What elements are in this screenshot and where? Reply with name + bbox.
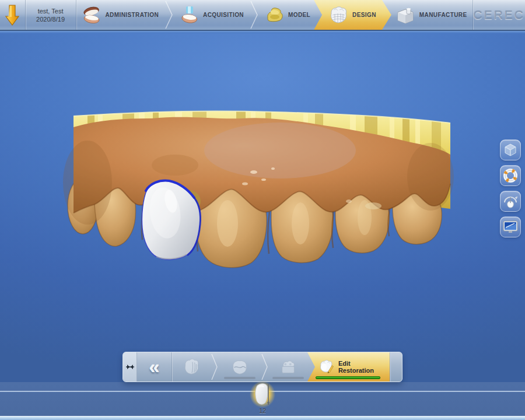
exit-back-button[interactable] [0,0,26,30]
down-arrow-icon [5,4,20,27]
next-step-button[interactable]: » [390,352,402,382]
logo-area: CEREC [473,0,525,30]
pin-collapse-icon [125,362,135,372]
tab-separator [250,0,259,30]
tab-model[interactable]: MODEL [259,0,316,30]
edit-restoration-icon [318,356,335,377]
viewport-3d[interactable]: « [0,31,525,420]
step-progress-bar [224,377,256,379]
display-options-icon [502,218,519,236]
tab-separator [164,0,174,30]
restoration-proposal-icon [181,357,201,377]
double-chevron-left-icon: « [149,358,160,376]
crown-mesh-icon [328,5,349,25]
tab-administration[interactable]: ADMINISTRATION [76,0,165,30]
milling-unit-icon [395,5,416,25]
step-restoration-proposal[interactable] [172,352,211,382]
step-separator [211,352,219,382]
step-progress-bar [272,377,304,379]
active-progress-bar [316,376,380,379]
step-position-restoration[interactable] [269,352,307,382]
tab-acquisition[interactable]: ACQUISITION [174,0,250,30]
tooth-number-label: 12 [259,407,266,414]
cerec-logo: CEREC [473,8,525,22]
tab-design[interactable]: DESIGN [314,0,391,30]
previous-step-button[interactable]: « [137,352,172,382]
stone-model-icon [265,6,285,24]
patient-date: 2020/8/19 [36,15,65,23]
denture-icon [82,6,102,24]
tab-label: DESIGN [352,12,376,18]
tab-manufacture[interactable]: MANUFACTURE [389,0,473,30]
bottom-edge-strip [0,416,525,420]
insertion-axis-icon [502,192,519,210]
jaw-model-3d [0,31,525,388]
position-block-icon [278,357,298,377]
view-toolbar [500,139,521,237]
active-step-label: Edit Restoration [338,360,378,374]
tab-label: MODEL [288,12,310,18]
rotate-ring-icon [502,167,519,184]
display-options-button[interactable] [500,216,521,237]
phase-tabs: ADMINISTRATION ACQUISITION [76,0,473,30]
tooth-indicator[interactable]: 12 [249,381,276,417]
view-cube-icon [502,141,519,159]
step-margin-check[interactable] [219,352,261,382]
view-cube-button[interactable] [500,139,521,160]
tab-label: ADMINISTRATION [106,12,159,18]
patient-name: test, Test [38,7,64,15]
step-separator [261,352,269,382]
insertion-axis-button[interactable] [500,191,521,212]
tab-label: MANUFACTURE [419,12,467,18]
margin-check-icon [230,357,250,377]
cerec-app-window: test, Test 2020/8/19 ADMINISTRATION [0,0,525,420]
collapse-pin-button[interactable] [123,352,137,382]
phase-bar: test, Test 2020/8/19 ADMINISTRATION [0,0,525,31]
incisor-glow-icon [249,381,276,409]
rotate-ring-button[interactable] [500,165,521,186]
patient-info: test, Test 2020/8/19 [26,0,76,30]
tab-label: ACQUISITION [203,12,244,18]
step-navigation-panel: « [123,352,402,382]
step-edit-restoration[interactable]: Edit Restoration [307,352,390,382]
scan-jaw-icon [180,6,200,24]
